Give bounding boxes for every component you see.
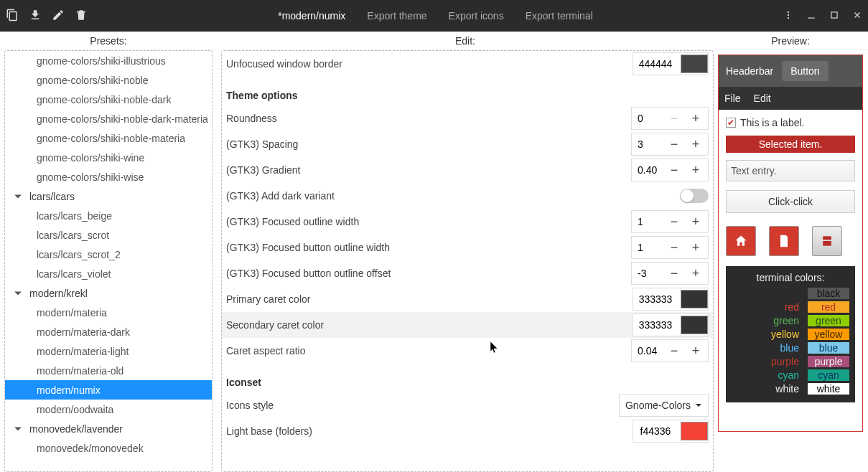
preset-item[interactable]: monovedek/lavender (5, 419, 212, 438)
primary-caret-input[interactable] (633, 293, 678, 305)
focus-outline-input[interactable] (632, 216, 663, 227)
preset-item[interactable]: gnome-colors/shiki-noble-dark (5, 90, 212, 109)
edit-icon[interactable] (52, 9, 65, 24)
preset-item[interactable]: lcars/lcars_scrot (5, 225, 212, 245)
preset-item[interactable]: lcars/lcars_scrot_2 (5, 245, 212, 264)
focus-btn-offset-input[interactable] (632, 268, 663, 279)
preset-item[interactable]: lcars/lcars_beige (5, 206, 212, 225)
gradient-spinner[interactable]: − + (631, 159, 709, 181)
roundness-label: Roundness (226, 113, 631, 124)
secondary-caret-swatch[interactable] (681, 316, 708, 334)
focus-btn-outline-input[interactable] (632, 242, 663, 253)
focus-btn-offset-spinner[interactable]: − + (631, 262, 709, 285)
menu-export-terminal[interactable]: Export terminal (526, 10, 593, 22)
trash-icon[interactable] (75, 9, 88, 24)
gradient-plus[interactable]: + (685, 163, 706, 178)
terminal-color-row: greengreen (732, 315, 849, 326)
light-base-swatch[interactable] (681, 422, 708, 440)
roundness-minus[interactable]: − (663, 111, 685, 126)
caret-ratio-spinner[interactable]: − + (631, 339, 709, 362)
secondary-caret-input[interactable] (633, 319, 678, 331)
preview-edit-menu[interactable]: Edit (754, 93, 771, 104)
preset-item[interactable]: modern/krekl (5, 283, 212, 303)
preview-archive-icon[interactable] (812, 226, 842, 256)
copy-icon[interactable] (6, 9, 19, 24)
maximize-icon[interactable] (829, 10, 839, 22)
focus-btn-outline-spinner[interactable]: − + (631, 236, 709, 259)
caret-ratio-label: Caret aspect ratio (226, 345, 631, 357)
preview-label-text: This is a label. (740, 117, 804, 128)
unfocused-border-label: Unfocused window border (226, 58, 633, 70)
roundness-spinner[interactable]: − + (631, 107, 709, 130)
preview-click-button[interactable]: Click-click (726, 190, 855, 213)
preset-item[interactable]: gnome-colors/shiki-noble-dark-materia (5, 109, 212, 128)
terminal-color-row: blueblue (732, 342, 849, 354)
terminal-title: terminal colors: (732, 272, 849, 283)
preset-item[interactable]: lcars/lcars (5, 187, 212, 206)
preset-item[interactable]: gnome-colors/shiki-wise (5, 167, 212, 187)
preview-home-icon[interactable] (726, 226, 756, 256)
caret-ratio-plus[interactable]: + (685, 344, 706, 359)
preview-checkbox[interactable]: ✔ (726, 118, 736, 128)
svg-point-0 (788, 11, 789, 12)
preset-item[interactable]: gnome-colors/shiki-wine (5, 148, 212, 167)
menu-export-icons[interactable]: Export icons (449, 10, 504, 22)
spacing-minus[interactable]: − (663, 137, 685, 152)
preset-item[interactable]: lcars/lcars_violet (5, 264, 212, 283)
preset-item[interactable]: modern/oodwaita (5, 400, 212, 419)
roundness-plus[interactable]: + (685, 111, 706, 126)
focus-btn-offset-plus[interactable]: + (685, 266, 706, 281)
menu-export-theme[interactable]: Export theme (367, 10, 426, 22)
dark-variant-switch[interactable] (680, 189, 709, 203)
gradient-input[interactable] (632, 164, 663, 176)
focus-btn-offset-minus[interactable]: − (663, 266, 685, 281)
primary-caret-swatch[interactable] (681, 290, 708, 308)
preset-item[interactable]: modern/materia-old (5, 361, 212, 380)
close-icon[interactable] (852, 10, 862, 22)
spacing-spinner[interactable]: − + (631, 133, 709, 156)
spacing-input[interactable] (632, 138, 663, 150)
focus-btn-outline-label: (GTK3) Focused button outline width (226, 242, 631, 253)
svg-rect-3 (808, 17, 814, 18)
secondary-caret-field[interactable] (633, 313, 709, 336)
focus-outline-plus[interactable]: + (685, 214, 706, 230)
preview-text-entry[interactable]: Text entry. (726, 160, 855, 181)
unfocused-border-field[interactable] (633, 52, 709, 75)
preset-item[interactable]: modern/numix (5, 380, 212, 400)
focus-btn-offset-label: (GTK3) Focused button outline offset (226, 268, 631, 279)
preset-item[interactable]: modern/materia-light (5, 341, 212, 361)
preview-button-tab[interactable]: Button (782, 61, 828, 81)
preview-file-menu[interactable]: File (724, 93, 741, 104)
dark-variant-label: (GTK3) Add dark variant (226, 190, 680, 202)
preview-selected-item[interactable]: Selected item. (726, 136, 855, 153)
spacing-plus[interactable]: + (685, 137, 706, 152)
unfocused-border-swatch[interactable] (681, 55, 708, 73)
focus-btn-outline-plus[interactable]: + (685, 240, 706, 255)
light-base-input[interactable] (633, 425, 678, 437)
preset-item[interactable]: modern/materia (5, 303, 212, 322)
caret-ratio-minus[interactable]: − (663, 344, 685, 359)
preset-item[interactable]: gnome-colors/shiki-noble-materia (5, 128, 212, 148)
preset-item[interactable]: modern/materia-dark (5, 322, 212, 341)
roundness-input[interactable] (632, 113, 663, 124)
primary-caret-field[interactable] (633, 288, 709, 311)
preview-headerbar: Headerbar Button (719, 55, 862, 87)
more-icon[interactable] (783, 10, 793, 22)
caret-ratio-input[interactable] (632, 345, 663, 357)
focus-btn-outline-minus[interactable]: − (663, 240, 685, 255)
unfocused-border-input[interactable] (633, 58, 678, 70)
minimize-icon[interactable] (806, 10, 816, 22)
preview-document-icon[interactable] (769, 226, 799, 256)
light-base-field[interactable] (633, 420, 709, 443)
preset-item[interactable]: monovedek/monovedek (5, 438, 212, 458)
svg-rect-5 (823, 236, 831, 240)
icons-style-dropdown[interactable]: Gnome-Colors (619, 394, 709, 417)
gradient-minus[interactable]: − (663, 163, 685, 178)
preset-item[interactable]: gnome-colors/shiki-noble (5, 70, 212, 90)
preset-item[interactable]: gnome-colors/shiki-illustrious (5, 51, 212, 70)
download-icon[interactable] (29, 9, 42, 24)
iconset-section: Iconset (222, 364, 713, 392)
focus-outline-spinner[interactable]: − + (631, 210, 709, 233)
edit-panel: Unfocused window border Theme options Ro… (217, 50, 714, 472)
focus-outline-minus[interactable]: − (663, 214, 685, 230)
